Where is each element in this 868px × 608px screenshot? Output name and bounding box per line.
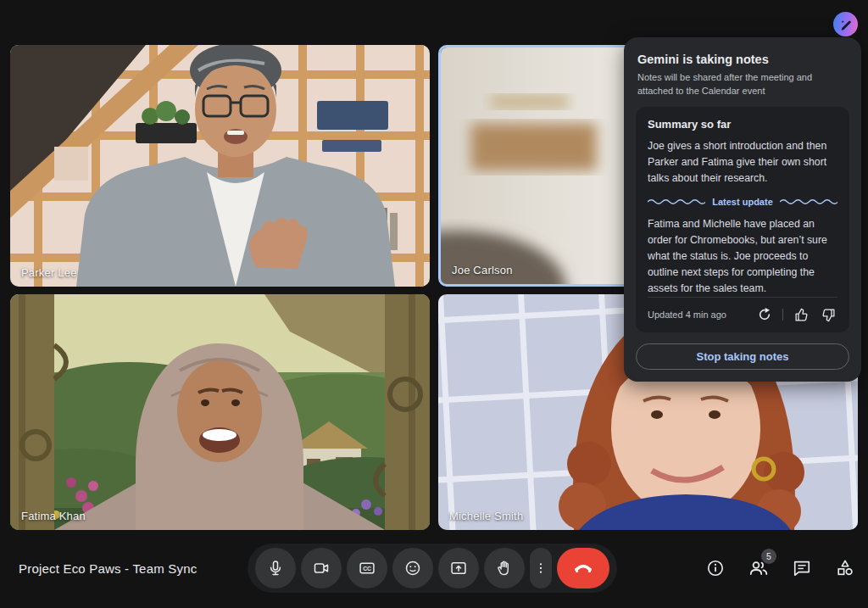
wavy-divider-icon [648,198,705,205]
latest-update-text: Fatima and Michelle have placed an order… [648,216,837,297]
activities-icon [836,559,854,577]
mic-icon [267,560,284,577]
video-tile-fatima[interactable]: Fatima Khan [10,294,430,530]
present-screen-button[interactable] [438,548,479,588]
activities-button[interactable] [834,557,856,579]
gemini-pen-spark-icon [839,18,853,31]
end-call-icon [573,558,593,578]
participant-name: Parker Lee [21,266,77,279]
chat-icon [793,559,811,577]
svg-text:CC: CC [363,566,371,572]
meet-window: Parker Lee [0,0,868,608]
participant-name: Michelle Smith [449,510,523,522]
participant-count-badge: 5 [761,549,776,564]
wavy-divider-icon [780,198,837,205]
gemini-panel-title: Gemini is taking notes [637,53,848,66]
latest-update-label: Latest update [712,197,773,207]
summary-text: Joe gives a short introduction and then … [648,138,837,187]
refresh-icon [758,308,771,321]
thumb-down-button[interactable] [819,305,837,324]
gemini-panel-subtitle: Notes will be shared after the meeting a… [637,71,848,98]
participant-name: Fatima Khan [21,510,86,522]
captions-icon: CC [359,560,376,577]
video-feed [10,45,430,287]
call-controls-bar: CC [248,544,617,593]
camera-button[interactable] [301,548,342,588]
more-vert-icon [534,561,548,575]
info-button[interactable] [704,557,726,579]
chat-button[interactable] [791,557,813,579]
refresh-button[interactable] [755,305,774,324]
info-icon [706,559,725,577]
meeting-title: Project Eco Paws - Team Sync [19,561,197,576]
participant-name: Joe Carlson [452,264,513,276]
end-call-button[interactable] [557,548,609,588]
updated-timestamp: Updated 4 min ago [648,310,747,320]
gemini-notes-fab[interactable] [833,12,858,36]
emoji-icon [404,560,421,577]
summary-title: Summary so far [648,118,837,131]
videocam-icon [313,560,330,577]
meeting-info-controls: 5 [704,549,856,587]
people-button[interactable]: 5 [748,557,770,579]
thumb-up-button[interactable] [792,305,810,324]
raise-hand-icon [496,560,513,577]
reactions-button[interactable] [392,548,433,588]
present-screen-icon [450,560,467,577]
video-tile-parker[interactable]: Parker Lee [10,45,430,287]
footer-divider [782,309,783,321]
raise-hand-button[interactable] [484,548,525,588]
gemini-notes-panel: Gemini is taking notes Notes will be sha… [624,37,861,382]
summary-card: Summary so far Joe gives a short introdu… [636,107,849,332]
stop-taking-notes-button[interactable]: Stop taking notes [636,343,849,370]
mic-button[interactable] [255,548,296,588]
summary-footer: Updated 4 min ago [648,297,837,324]
captions-button[interactable]: CC [347,548,387,588]
thumb-down-icon [821,308,836,322]
more-options-button[interactable] [530,548,552,588]
video-feed [10,294,430,530]
thumb-up-icon [794,308,809,322]
latest-update-divider: Latest update [648,197,837,207]
